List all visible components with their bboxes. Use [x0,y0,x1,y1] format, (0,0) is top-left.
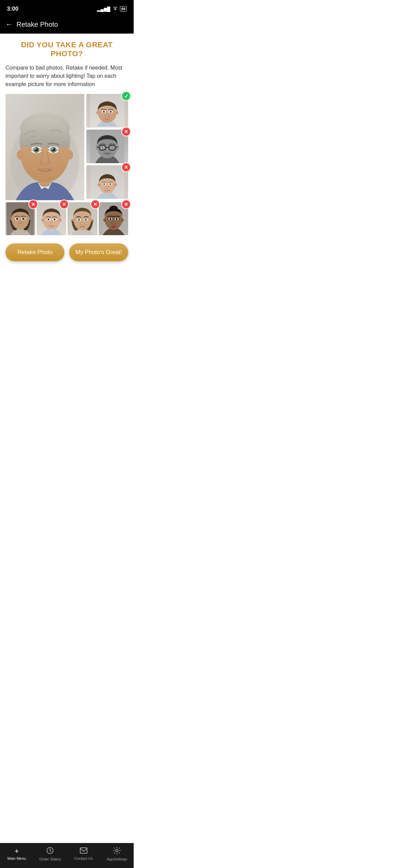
svg-point-80 [78,219,80,221]
svg-point-48 [114,183,117,186]
svg-point-92 [109,218,111,220]
svg-point-82 [85,219,87,221]
status-icons: ▂▄▆█ 89 [97,6,127,12]
retake-photo-button[interactable]: Retake Photo [5,243,64,261]
good-badge: ✓ [121,91,131,101]
svg-point-28 [110,111,111,112]
bad-bottom-1[interactable]: ✕ [5,202,35,235]
bad-bottom-3[interactable]: ✕ [68,202,97,235]
svg-point-73 [54,219,55,220]
svg-point-17 [46,161,51,164]
svg-point-25 [104,111,105,112]
svg-point-94 [116,218,118,220]
svg-point-43 [111,147,113,148]
signal-icon: ▂▄▆█ [97,7,110,12]
back-arrow-icon[interactable]: ← [5,20,13,29]
status-time: 3:00 [7,5,19,12]
svg-point-21 [96,111,99,114]
side-thumbnails: ✓ [86,94,128,200]
svg-point-86 [109,206,118,211]
good-photo-thumb[interactable]: ✓ [86,94,128,128]
my-photo-great-button[interactable]: My Photo's Great! [69,243,128,261]
svg-point-7 [66,150,73,160]
bad-bottom-4[interactable]: ✕ [99,202,129,235]
svg-point-16 [39,161,44,164]
svg-point-87 [103,218,106,222]
description-text: Compare to bad photos. Retake if needed.… [5,64,128,88]
bad-badge-glasses: ✕ [121,127,131,136]
svg-point-51 [104,184,105,184]
bottom-row: ✕ [5,202,128,235]
svg-point-70 [48,219,49,220]
svg-point-62 [22,218,25,220]
bad-badge-dark: ✕ [28,200,38,209]
wifi-icon [112,7,118,12]
photo-grid: ✓ [5,94,128,200]
bad-badge-offcenter: ✕ [59,200,69,209]
svg-point-22 [116,111,118,114]
main-photo[interactable] [5,94,84,200]
bad-badge-expression: ✕ [90,200,100,209]
svg-point-60 [16,218,19,220]
svg-point-6 [17,150,24,160]
action-buttons: Retake Photo My Photo's Great! [5,243,128,261]
svg-point-77 [72,218,75,222]
svg-point-88 [121,218,123,222]
svg-point-47 [98,183,100,186]
svg-point-66 [41,218,44,222]
svg-point-67 [59,218,61,222]
bad-photo-thumb-small[interactable]: ✕ [86,165,128,199]
page-heading: DID YOU TAKE A GREAT PHOTO? [5,40,128,58]
battery-icon: 89 [120,6,127,12]
svg-point-41 [102,147,103,148]
bad-bottom-2[interactable]: ✕ [37,202,66,235]
bad-badge-makeup: ✕ [121,200,131,209]
svg-point-78 [90,218,93,222]
main-content: DID YOU TAKE A GREAT PHOTO? Compare to b… [0,34,134,316]
nav-bar: ← Retake Photo [0,16,134,34]
nav-title: Retake Photo [16,21,58,28]
bad-badge-small: ✕ [121,162,131,172]
status-bar: 3:00 ▂▄▆█ 89 [0,0,134,16]
svg-point-54 [110,184,111,184]
bad-photo-thumb-glasses[interactable]: ✕ [86,130,128,163]
